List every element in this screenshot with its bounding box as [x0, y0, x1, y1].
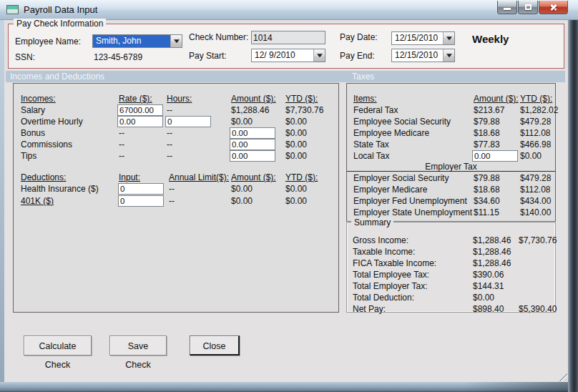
tax-row: Federal Tax $213.67 $1,282.02 [347, 105, 555, 117]
taxes-col-item: Items: [353, 94, 377, 104]
summary-row: Taxable Income: $1,288.46 [347, 247, 555, 258]
incomes-deductions-section-title: Incomes and Deductions [10, 72, 104, 82]
summary-label: Net Pay: [353, 304, 386, 315]
income-amount: $0.00 [231, 117, 253, 127]
tax-row: State Tax $77.83 $466.98 [347, 139, 555, 151]
employee-name-label: Employee Name: [15, 36, 81, 46]
overtime-rate-input[interactable] [117, 116, 163, 127]
tax-row: Employee Social Security $79.88 $479.28 [347, 117, 555, 128]
close-window-button[interactable] [539, 1, 568, 14]
pay-date-value: 12/15/2010 [395, 32, 438, 44]
ssn-value: 123-45-6789 [94, 52, 142, 62]
payroll-window: Payroll Data Input Pay Check Information… [0, 0, 578, 392]
deduction-label-401k-link[interactable]: 401K ($) [21, 196, 54, 207]
deductions-col-limit: Annual Limit($): [169, 172, 229, 183]
commissions-amount-input[interactable] [230, 139, 275, 150]
tips-amount-input[interactable] [230, 150, 275, 162]
section-header-band: Incomes and Deductions Taxes [6, 71, 565, 82]
tax-ytd: $112.08 [520, 185, 551, 195]
tax-amount: $213.67 [474, 105, 504, 116]
income-label: Tips [21, 151, 36, 162]
summary-amount: $0.00 [473, 293, 494, 303]
pay-start-datepicker[interactable]: 12/ 9/2010 [251, 49, 325, 62]
deduction-limit: -- [169, 196, 175, 207]
income-row-commissions: Commissions -- -- $0.00 [14, 139, 338, 151]
income-label: Overtime Hourly [21, 117, 83, 127]
deduction-ytd: $0.00 [285, 184, 307, 195]
tax-label: Employee Medicare [353, 128, 429, 139]
tax-ytd: $434.00 [520, 196, 551, 207]
calculate-check-button[interactable]: Calculate Check [24, 335, 92, 356]
overtime-hours-input[interactable] [165, 116, 211, 127]
pay-start-value: 12/ 9/2010 [255, 49, 295, 62]
employer-tax-row: Employer Medicare $18.68 $112.08 [347, 185, 555, 196]
deduction-limit: -- [169, 184, 175, 195]
deductions-col-amount: Amount ($): [231, 172, 276, 183]
tax-amount: $18.68 [474, 185, 500, 195]
health-insurance-input[interactable] [118, 183, 164, 195]
tax-label: Local Tax [353, 151, 389, 162]
maximize-button[interactable] [518, 1, 538, 14]
summary-label: FICA Taxable Income: [353, 258, 436, 269]
summary-ytd: $7,730.76 [519, 235, 557, 246]
income-ytd: $0.00 [285, 139, 307, 150]
income-row-overtime: Overtime Hourly $0.00 $0.00 [14, 117, 338, 128]
salary-rate-input[interactable] [117, 104, 163, 116]
incomes-deductions-panel: Incomes: Rate ($): Hours: Amount ($): YT… [13, 83, 339, 313]
deduction-ytd: $0.00 [285, 196, 307, 207]
bonus-amount-input[interactable] [230, 127, 275, 139]
save-check-button[interactable]: Save Check [109, 335, 167, 356]
titlebar[interactable]: Payroll Data Input [0, 0, 578, 20]
summary-row: Total Employee Tax: $390.06 [347, 270, 555, 281]
incomes-col-ytd: YTD ($): [285, 94, 318, 104]
summary-group: Summary Gross Income: $1,288.46 $7,730.7… [346, 222, 556, 313]
taxes-col-amount: Amount ($): [474, 94, 519, 104]
check-number-label: Check Number: [189, 32, 248, 42]
resize-grip[interactable] [557, 371, 567, 381]
incomes-col-rate: Rate ($): [119, 94, 152, 104]
employee-name-combobox[interactable]: Smith, John [92, 34, 182, 48]
window-border-bottom [0, 382, 578, 392]
chevron-down-icon [174, 39, 180, 46]
window-title: Payroll Data Input [24, 0, 97, 19]
income-hours: -- [167, 105, 172, 116]
deductions-col-input: Input: [119, 172, 140, 183]
pay-date-dropdown-button[interactable] [443, 32, 454, 44]
income-hours: -- [167, 139, 172, 150]
summary-label: Total Deduction: [353, 293, 414, 303]
income-rate: -- [119, 139, 124, 150]
tax-label: Employer State Unemployment [353, 207, 472, 218]
summary-row: Gross Income: $1,288.46 $7,730.76 [347, 235, 555, 247]
tax-ytd: $479.28 [520, 173, 551, 184]
employee-name-dropdown-button[interactable] [170, 35, 182, 47]
pay-frequency-label: Weekly [472, 33, 509, 45]
summary-amount: $898.40 [473, 304, 504, 315]
summary-amount: $144.31 [473, 281, 504, 292]
incomes-col-item: Incomes: [21, 94, 56, 104]
income-row-tips: Tips -- -- $0.00 [14, 151, 338, 162]
deduction-row-health: Health Insurance ($) -- $0.00 $0.00 [14, 184, 338, 195]
income-rate: -- [119, 128, 124, 139]
summary-label: Total Employer Tax: [353, 281, 428, 292]
tax-amount: $77.83 [474, 139, 500, 150]
employer-tax-row: Employer Fed Unemployment $34.60 $434.00 [347, 196, 555, 207]
income-label: Salary [21, 105, 45, 116]
taxes-header-row: Items: Amount ($): YTD ($): [347, 94, 555, 105]
local-tax-input[interactable] [472, 150, 518, 162]
pay-start-dropdown-button[interactable] [313, 49, 325, 62]
pay-date-datepicker[interactable]: 12/15/2010 [391, 31, 455, 45]
pay-end-dropdown-button[interactable] [443, 49, 454, 62]
minimize-button[interactable] [497, 1, 517, 14]
summary-amount: $1,288.46 [473, 235, 511, 246]
tax-ytd: $466.98 [520, 139, 551, 150]
client-area: Pay Check Information Employee Name: Smi… [4, 20, 568, 382]
pay-end-datepicker[interactable]: 12/15/2010 [391, 49, 455, 62]
summary-label: Taxable Income: [353, 247, 415, 258]
summary-amount: $1,288.46 [473, 247, 511, 258]
close-button[interactable]: Close [190, 335, 240, 356]
k401-input[interactable] [118, 195, 164, 207]
check-number-field[interactable] [251, 31, 325, 44]
income-amount: $1,288.46 [231, 105, 269, 116]
summary-row: Total Employer Tax: $144.31 [347, 281, 555, 293]
income-hours: -- [167, 128, 172, 139]
